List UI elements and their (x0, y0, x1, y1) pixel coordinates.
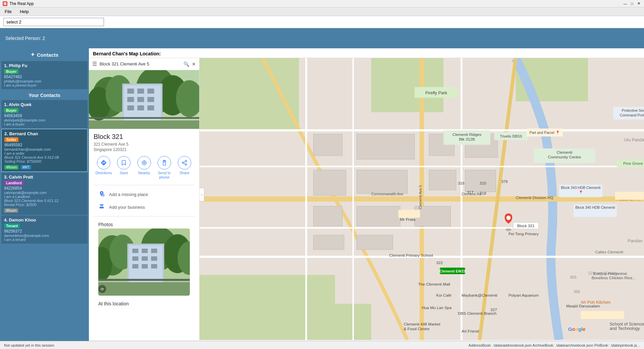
contact-address: Block 321 Clementi Ave 5 #12-08 (4, 155, 85, 159)
svg-text:Block 321: Block 321 (517, 223, 535, 228)
contacts-title: ✦ Contacts (0, 48, 89, 60)
action-directions[interactable]: Directions (95, 156, 112, 180)
sidebar: ✦ Contacts 1. Philip Fu Buyer 85427482 p… (0, 48, 89, 341)
gmaps-header-icons: 🔍 ✕ (183, 61, 196, 67)
svg-rect-56 (151, 264, 157, 268)
add-your-business[interactable]: Add your business (94, 201, 195, 213)
action-nearby[interactable]: Nearby (135, 156, 153, 180)
svg-text:📍: 📍 (579, 190, 583, 195)
gmaps-place-name: Block 321 (94, 133, 195, 141)
svg-rect-49 (142, 249, 148, 253)
svg-rect-17 (127, 105, 134, 110)
directions-label: Directions (96, 171, 112, 175)
svg-rect-19 (148, 105, 154, 110)
contact-calvin-pratt[interactable]: 3. Calvin Pratt Landlord 94226854 calvin… (1, 172, 88, 215)
badge-landlord: Landlord (4, 181, 24, 185)
action-share[interactable]: Share (176, 156, 193, 180)
gmaps-search-text: Block 321 Clementi Ave 5 (100, 61, 181, 66)
action-save[interactable]: Save (115, 156, 132, 180)
add-missing-place-text: Add a missing place (109, 192, 148, 197)
search-icon[interactable]: 🔍 (183, 61, 189, 67)
main-layout: ✦ Contacts 1. Philip Fu Buyer 85427482 p… (0, 48, 644, 341)
contact-philip-fu[interactable]: 1. Philip Fu Buyer 85427482 philipfu@exa… (1, 61, 88, 89)
svg-point-23 (142, 161, 146, 165)
add-place-icon (98, 191, 105, 198)
contacts-icon: ✦ (31, 52, 35, 58)
contact-note: I am a buyer (4, 122, 85, 126)
action-send-to-phone[interactable]: Send to phone (156, 156, 173, 180)
svg-text:Maybank@Clementi: Maybank@Clementi (462, 293, 497, 298)
title-bar: R The Real App — □ ✕ (0, 0, 644, 7)
minimize-button[interactable]: — (623, 1, 628, 6)
gmaps-photo-image[interactable] (89, 70, 199, 129)
nearby-icon (138, 156, 151, 169)
divider-1 (94, 185, 195, 185)
svg-rect-21 (89, 117, 199, 119)
map-background[interactable]: Clementi Ave 5 Commonwealth Ave Clementi… (200, 58, 644, 340)
contact-number: 94563459 (4, 113, 85, 118)
svg-rect-88 (357, 235, 393, 250)
contact-alvin-quek[interactable]: 1. Alvin Quek Buyer 94563459 alvinquek@e… (1, 100, 88, 128)
svg-text:Community Centre: Community Centre (548, 155, 581, 159)
contact-number: 86495582 (4, 143, 85, 147)
svg-text:Caltex Clementi: Caltex Clementi (595, 250, 623, 254)
close-button[interactable]: ✕ (636, 1, 641, 6)
map-area: ☰ Block 321 Clementi Ave 5 🔍 ✕ (89, 58, 644, 340)
svg-rect-15 (138, 97, 144, 102)
contact-selling-price: Selling Price: $750000 (4, 159, 85, 163)
svg-text:Clementi Ave 5: Clementi Ave 5 (419, 185, 423, 209)
svg-point-154 (506, 216, 511, 220)
search-input[interactable] (3, 18, 104, 26)
svg-text:Google: Google (568, 326, 586, 332)
gmaps-photo-thumb[interactable]: ⟳ (98, 229, 190, 296)
svg-point-32 (182, 162, 184, 164)
app-title: The Real App (9, 1, 34, 6)
divider-2 (94, 216, 195, 216)
close-icon[interactable]: ✕ (192, 61, 196, 67)
menu-help[interactable]: Help (17, 8, 32, 15)
svg-rect-76 (313, 134, 342, 156)
svg-text:⟳: ⟳ (101, 287, 104, 292)
svg-text:Clementi EW23: Clementi EW23 (439, 269, 466, 273)
share-label: Share (179, 171, 189, 175)
selected-person-label: Selected Person: 2 (5, 36, 45, 41)
svg-text:Part and Parcel 📍: Part and Parcel 📍 (530, 131, 560, 135)
title-bar-left: R The Real App (3, 1, 34, 6)
contact-email: alvinquek@example.com (4, 118, 85, 122)
contact-name: 1. Philip Fu (4, 63, 85, 68)
menu-bar: File Help (0, 7, 644, 16)
hamburger-icon[interactable]: ☰ (92, 61, 97, 67)
map-panel-title: Bernard Chan's Map Location: (89, 48, 644, 58)
save-label: Save (120, 171, 128, 175)
title-bar-controls[interactable]: — □ ✕ (623, 1, 641, 6)
gmaps-header: ☰ Block 321 Clementi Ave 5 🔍 ✕ (89, 58, 199, 70)
contact-bernard-chan[interactable]: 2. Bernard Chan Seller 86495582 bernardc… (1, 129, 88, 172)
svg-text:315: 315 (480, 181, 486, 186)
contact-rental-price: Rental Price: $2500 (4, 203, 85, 207)
collapse-panel-button[interactable]: ‹ (200, 188, 204, 201)
contact-name: 1. Alvin Quek (4, 102, 85, 107)
svg-line-34 (183, 163, 185, 164)
svg-text:327: 327 (490, 307, 497, 312)
add-your-business-text: Add your business (109, 205, 145, 210)
contact-email: philipfu@example.com (4, 79, 85, 83)
svg-rect-13 (148, 89, 154, 94)
add-missing-place[interactable]: Add a missing place (94, 188, 195, 201)
gmaps-photo (89, 70, 199, 129)
svg-text:Ah Poh Kitchen: Ah Poh Kitchen (581, 300, 610, 305)
svg-rect-62 (200, 58, 299, 130)
maximize-button[interactable]: □ (629, 1, 635, 6)
menu-file[interactable]: File (2, 8, 14, 15)
svg-rect-87 (313, 235, 344, 250)
contact-damon-khoo[interactable]: 4. Damon Khoo Tenant 98256372 damonkhoo@… (1, 215, 88, 244)
svg-text:Trivelis DBSS: Trivelis DBSS (500, 134, 522, 138)
svg-rect-149 (615, 192, 644, 200)
svg-rect-55 (142, 264, 148, 268)
svg-text:316: 316 (458, 181, 465, 186)
tag-mrt: MRT (21, 165, 31, 169)
svg-text:Clementi 448 Market: Clementi 448 Market (404, 322, 441, 327)
at-location-title: At this location (94, 300, 195, 309)
svg-text:Evertop Hainanese: Evertop Hainanese (593, 271, 627, 276)
svg-rect-48 (132, 249, 139, 253)
tag-4room: 4Room (4, 165, 18, 169)
